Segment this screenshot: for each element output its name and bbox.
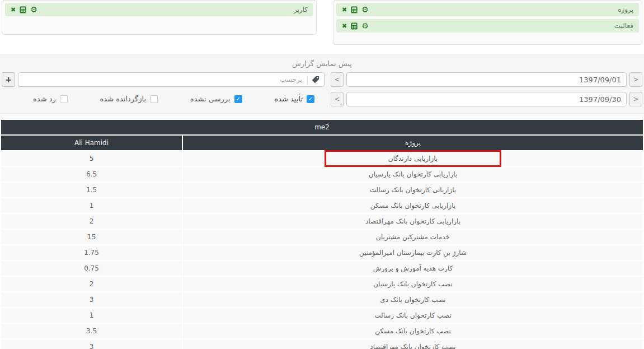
hours-cell: 1.75 xyxy=(1,245,182,260)
project-cell: بازاریابی کارتخوان بانک مهراقتصاد xyxy=(183,214,643,229)
calculator-icon[interactable] xyxy=(20,6,26,13)
table-row: بازاریابی کارتخوان بانک رسالت 1.5 xyxy=(1,183,643,197)
remove-icon[interactable]: ✖ xyxy=(342,23,347,29)
section-title: پیش نمایش گزارش xyxy=(2,54,642,72)
table-row: نصب کارتخوان بانک رسالت 1 xyxy=(1,308,643,323)
project-cell: بازاریابی کارتخوان بانک مسکن xyxy=(183,198,643,213)
status-filter[interactable]: بازگردانده شده xyxy=(100,95,158,103)
date-to-next-button[interactable]: > xyxy=(629,92,642,106)
date-from-next-button[interactable]: > xyxy=(629,72,642,87)
status-filter[interactable]: بررسی نشده xyxy=(190,95,242,103)
table-row: شارژ بن کارت بیمارستان امیرالمؤمنین 1.75 xyxy=(1,245,643,260)
add-tag-button[interactable]: + xyxy=(2,72,15,87)
checkbox-label: تأیید شده xyxy=(274,95,303,103)
table-row: بازاریابی کارتخوان بانک پارسیان 6.5 xyxy=(1,167,643,182)
date-to-input[interactable] xyxy=(346,92,627,106)
project-column-header: پروژه xyxy=(183,136,643,150)
hours-cell: 1.5 xyxy=(1,183,182,197)
hours-cell: 3.5 xyxy=(1,324,182,338)
remove-icon[interactable]: ✖ xyxy=(11,7,16,13)
table-row: نصب کارتخوان بانک دی 3 xyxy=(1,292,643,307)
project-cell: نصب کارتخوان بانک دی xyxy=(183,292,643,307)
date-to-row: > < xyxy=(331,92,642,106)
project-cell: بازاریابی کارتخوان بانک پارسیان xyxy=(183,167,643,182)
project-cell: شارژ بن کارت بیمارستان امیرالمؤمنین xyxy=(183,245,643,260)
gear-icon[interactable]: ⚙ xyxy=(30,6,37,13)
hours-cell: 15 xyxy=(1,230,182,244)
checkbox-icon[interactable] xyxy=(150,95,158,103)
project-cell: نصب کارتخوان بانک مهراقتصاد xyxy=(183,339,643,349)
filters: > < > < xyxy=(2,72,642,111)
field-chip-label: کاربر xyxy=(294,6,308,13)
project-name: نصب کارتخوان بانک رسالت xyxy=(374,311,452,319)
group-header-row: me2 xyxy=(1,120,643,134)
table-row: بازاریابی کارتخوان بانک مسکن 1 xyxy=(1,198,643,213)
tag-input[interactable] xyxy=(23,75,303,84)
group-header: me2 xyxy=(1,120,643,134)
project-name: شارژ بن کارت بیمارستان امیرالمؤمنین xyxy=(359,249,467,257)
project-name: بازاریابی کارتخوان بانک رسالت xyxy=(370,186,456,194)
status-filter[interactable]: رد شده xyxy=(33,95,68,103)
date-from-prev-button[interactable]: < xyxy=(331,72,344,87)
project-name: بازاریابی دارندگان xyxy=(388,155,438,162)
table-row: کارت هدیه آموزش و پرورش 0.75 xyxy=(1,261,643,276)
field-panels: پروژه ⚙ ✖ فعالیت ⚙ xyxy=(0,0,644,45)
table-row: خدمات مشترکین مشتریان 15 xyxy=(1,230,643,244)
hours-cell: 1 xyxy=(1,198,182,213)
status-filter[interactable]: تأیید شده xyxy=(274,95,314,103)
remove-icon[interactable]: ✖ xyxy=(342,7,347,13)
tag-icon xyxy=(312,76,319,83)
table-row: بازاریابی کارتخوان بانک مهراقتصاد 2 xyxy=(1,214,643,229)
project-name: بازاریابی کارتخوان بانک پارسیان xyxy=(369,170,457,178)
calculator-icon[interactable] xyxy=(351,22,358,30)
report-preview-section: پیش نمایش گزارش > < > < xyxy=(0,54,644,115)
checkbox-icon[interactable] xyxy=(307,95,314,103)
calculator-icon[interactable] xyxy=(351,6,358,13)
table-row: نصب کارتخوان بانک مسکن 3.5 xyxy=(1,324,643,338)
checkbox-icon[interactable] xyxy=(60,95,68,103)
field-chip-actions: ⚙ ✖ xyxy=(342,6,369,13)
tag-input-wrapper xyxy=(18,72,325,87)
hours-cell: 1 xyxy=(1,308,182,323)
column-header-row: پروژه Ali Hamidi xyxy=(1,136,643,150)
project-name: نصب کارتخوان بانک مسکن xyxy=(375,327,451,335)
report-table: me2 پروژه Ali Hamidi بازاریابی دارندگان … xyxy=(0,119,644,349)
project-name: خدمات مشترکین مشتریان xyxy=(376,233,450,241)
table-row: نصب کارتخوان بانک پارسیان 2 xyxy=(1,277,643,291)
project-name: بازاریابی کارتخوان بانک مسکن xyxy=(370,202,455,210)
checkbox-label: رد شده xyxy=(33,95,56,103)
hours-cell: 2 xyxy=(1,277,182,291)
table-row: نصب کارتخوان بانک مهراقتصاد 3 xyxy=(1,339,643,349)
project-name: نصب کارتخوان بانک دی xyxy=(380,296,445,304)
date-from-input[interactable] xyxy=(346,72,627,87)
date-from-row: > < xyxy=(331,72,642,87)
user-fields-panel: کاربر ⚙ ✖ xyxy=(2,0,317,35)
project-cell: بازاریابی کارتخوان بانک رسالت xyxy=(183,183,643,197)
hours-cell: 0.75 xyxy=(1,261,182,276)
separator xyxy=(307,76,308,83)
table-row: بازاریابی دارندگان 5 xyxy=(1,151,643,166)
date-to-prev-button[interactable]: < xyxy=(331,92,344,106)
status-checkbox-row: تأیید شده بررسی نشده بازگردانده شده رد ش… xyxy=(2,87,325,103)
date-filters: > < > < xyxy=(331,72,642,111)
project-cell: نصب کارتخوان بانک پارسیان xyxy=(183,277,643,291)
tag-row: + xyxy=(2,72,325,87)
project-name: کارت هدیه آموزش و پرورش xyxy=(373,264,453,272)
field-chip: کاربر ⚙ ✖ xyxy=(5,3,313,16)
field-chip: پروژه ⚙ ✖ xyxy=(336,3,639,16)
hours-cell: 3 xyxy=(1,292,182,307)
hours-cell: 6.5 xyxy=(1,167,182,182)
checkbox-icon[interactable] xyxy=(234,95,242,103)
project-name: بازاریابی کارتخوان بانک مهراقتصاد xyxy=(365,217,460,225)
project-cell: خدمات مشترکین مشتریان xyxy=(183,230,643,244)
checkbox-label: بررسی نشده xyxy=(190,95,231,103)
field-chip-actions: ⚙ ✖ xyxy=(11,6,37,13)
gear-icon[interactable]: ⚙ xyxy=(361,6,369,13)
field-chip-actions: ⚙ ✖ xyxy=(342,22,369,30)
project-name: نصب کارتخوان بانک مهراقتصاد xyxy=(370,343,455,349)
field-chip-label: پروژه xyxy=(618,6,633,13)
hours-cell: 5 xyxy=(1,151,182,166)
field-chip-label: فعالیت xyxy=(614,22,633,30)
hours-cell: 2 xyxy=(1,214,182,229)
gear-icon[interactable]: ⚙ xyxy=(361,22,369,30)
